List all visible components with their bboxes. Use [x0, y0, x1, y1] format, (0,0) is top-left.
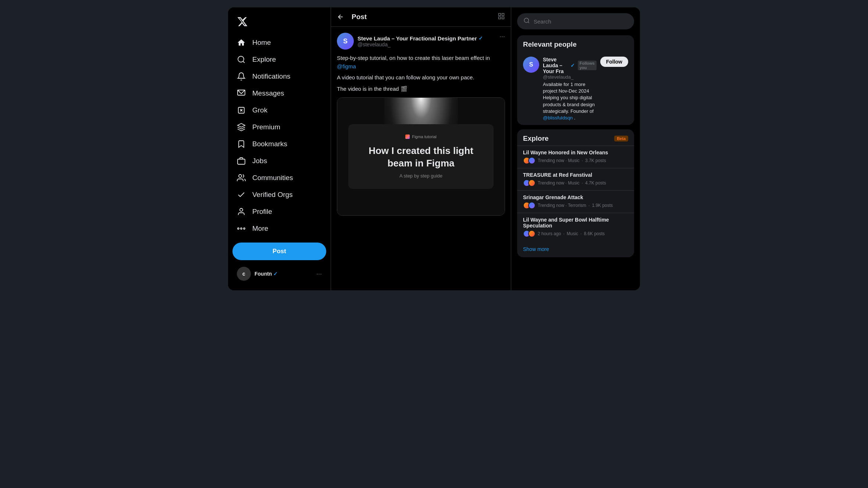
explore-avatars	[523, 179, 536, 187]
svg-rect-15	[499, 17, 501, 19]
svg-point-8	[240, 208, 243, 211]
relevant-person-info: Steve Lauda – Your Fra ✓ Follows you @st…	[543, 57, 597, 121]
sidebar-item-verified-orgs[interactable]: Verified Orgs	[232, 187, 326, 203]
back-button[interactable]	[337, 13, 344, 21]
sidebar-item-home[interactable]: Home	[232, 35, 326, 51]
search-bar[interactable]	[517, 13, 634, 29]
explore-icon	[237, 55, 246, 64]
svg-point-10	[238, 228, 239, 229]
jobs-icon	[237, 157, 246, 165]
sidebar-nav: Home Explore Notifications	[232, 35, 326, 237]
svg-point-0	[238, 56, 244, 62]
relevant-person-bio: Available for 1 more project Nov-Dec 202…	[543, 81, 597, 121]
sidebar-item-profile[interactable]: Profile	[232, 204, 326, 220]
sidebar-item-bookmarks-label: Bookmarks	[252, 140, 287, 148]
card-inner: Figma tutorial How I created this light …	[348, 124, 494, 189]
sidebar-item-jobs-label: Jobs	[252, 157, 267, 165]
explore-item-title: Lil Wayne and Super Bowl Halftime Specul…	[523, 217, 628, 229]
home-icon	[237, 38, 246, 47]
communities-icon	[237, 173, 246, 182]
sidebar-user[interactable]: c Fountn ✓ ···	[232, 263, 326, 284]
search-input[interactable]	[534, 18, 628, 25]
sidebar-item-bookmarks[interactable]: Bookmarks	[232, 136, 326, 152]
tweet-menu-button[interactable]: ···	[499, 33, 505, 40]
user-more-icon[interactable]: ···	[316, 270, 322, 278]
tweet-author-info: Steve Lauda – Your Fractional Design Par…	[357, 35, 483, 47]
page-title: Post	[352, 13, 367, 21]
sidebar-item-jobs[interactable]: Jobs	[232, 153, 326, 169]
sidebar-item-premium-label: Premium	[252, 123, 280, 131]
figma-label: Figma tutorial	[360, 134, 482, 139]
figma-logo-icon	[405, 134, 410, 139]
sidebar-item-notifications-label: Notifications	[252, 72, 291, 80]
relevant-person-avatar: S	[523, 57, 539, 73]
search-icon	[523, 17, 530, 25]
post-header: Post	[331, 7, 511, 27]
explore-avatar-mini	[528, 202, 536, 209]
x-logo-icon	[237, 16, 248, 27]
tweet-media[interactable]: Figma tutorial How I created this light …	[337, 97, 505, 216]
grok-icon	[237, 106, 246, 115]
sidebar-item-premium[interactable]: Premium	[232, 119, 326, 135]
tweet-author-left: S Steve Lauda – Your Fractional Design P…	[337, 33, 483, 50]
sidebar: Home Explore Notifications	[228, 7, 331, 290]
messages-icon	[237, 89, 246, 98]
explore-item-treasure[interactable]: TREASURE at Red Fanstival Trending now ·…	[517, 168, 634, 190]
sidebar-item-grok-label: Grok	[252, 106, 267, 114]
bookmark-header-icon[interactable]	[498, 12, 505, 21]
explore-item-lil-wayne-nola[interactable]: Lil Wayne Honored in New Orleans Trendin…	[517, 146, 634, 168]
explore-item-srinagar[interactable]: Srinagar Grenade Attack Trending now · T…	[517, 191, 634, 213]
follow-button[interactable]: Follow	[600, 57, 628, 67]
post-header-left: Post	[337, 13, 367, 21]
explore-item-meta: Trending now · Terrorism · 1.9K posts	[523, 202, 628, 209]
explore-item-title: Srinagar Grenade Attack	[523, 194, 628, 200]
sidebar-item-notifications[interactable]: Notifications	[232, 68, 326, 85]
explore-title: Explore	[523, 134, 549, 143]
tweet-author-name: Steve Lauda – Your Fractional Design Par…	[357, 35, 483, 42]
svg-rect-6	[238, 159, 245, 164]
author-verified-icon: ✓	[479, 35, 483, 41]
sidebar-item-grok[interactable]: Grok	[232, 102, 326, 118]
tweet-text-line2: A video tutorial that you can follow alo…	[337, 73, 505, 82]
tweet-author-row: S Steve Lauda – Your Fractional Design P…	[337, 33, 505, 50]
relevant-verified-icon: ✓	[570, 62, 575, 68]
tweet-text-line1: Step-by-step tutorial, on how to create …	[337, 54, 505, 71]
explore-item-title: TREASURE at Red Fanstival	[523, 172, 628, 178]
beta-badge: Beta	[614, 136, 628, 141]
grid-icon	[498, 12, 505, 20]
svg-point-11	[243, 228, 245, 229]
follows-you-badge: Follows you	[578, 61, 597, 70]
sidebar-item-explore[interactable]: Explore	[232, 51, 326, 68]
relevant-person-handle: @stevelauda_	[543, 74, 597, 80]
main-content: Post S Steve Lauda – Your Fractional Des…	[331, 7, 511, 290]
sidebar-item-profile-label: Profile	[252, 208, 272, 216]
show-more-link[interactable]: Show more	[517, 241, 634, 257]
sidebar-item-communities[interactable]: Communities	[232, 170, 326, 186]
sidebar-item-more[interactable]: More	[232, 220, 326, 237]
tweet-author-handle: @stevelauda_	[357, 42, 483, 47]
explore-avatars	[523, 157, 536, 164]
explore-item-meta: 2 hours ago · Music · 8.6K posts	[523, 230, 628, 237]
bio-mention[interactable]: @blissfuldsqn	[543, 115, 573, 121]
explore-item-meta: Trending now · Music · 3.7K posts	[523, 157, 628, 164]
explore-panel-header: Explore Beta	[517, 129, 634, 146]
premium-icon	[237, 123, 246, 132]
svg-rect-14	[502, 14, 504, 16]
avatar: c	[237, 267, 251, 281]
tweet-body: S Steve Lauda – Your Fractional Design P…	[331, 27, 511, 222]
explore-item-lil-wayne-superbowl[interactable]: Lil Wayne and Super Bowl Halftime Specul…	[517, 213, 634, 241]
verified-check-icon: ✓	[273, 271, 278, 277]
explore-item-meta: Trending now · Music · 4.7K posts	[523, 179, 628, 187]
svg-point-9	[241, 228, 242, 229]
user-info: Fountn ✓	[255, 271, 313, 277]
svg-rect-16	[502, 17, 504, 19]
sidebar-item-messages[interactable]: Messages	[232, 85, 326, 101]
logo[interactable]	[232, 13, 326, 35]
tweet-author-avatar: S	[337, 33, 354, 50]
sidebar-item-verified-orgs-label: Verified Orgs	[252, 191, 293, 199]
figma-mention[interactable]: @figma	[337, 63, 356, 69]
relevant-person-item: S Steve Lauda – Your Fra ✓ Follows you @…	[517, 53, 634, 125]
notifications-icon	[237, 72, 246, 81]
post-button[interactable]: Post	[232, 243, 326, 260]
card-title: How I created this light beam in Figma	[360, 145, 482, 170]
